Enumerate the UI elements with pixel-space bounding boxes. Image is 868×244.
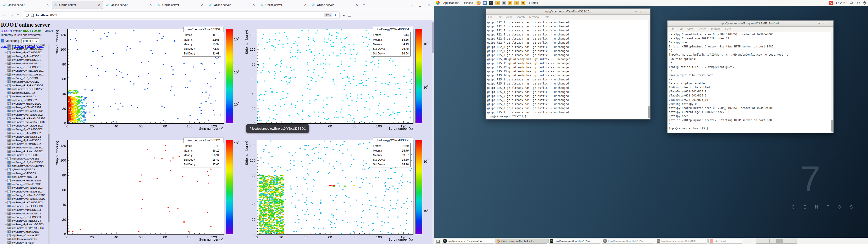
grid-layout-select[interactable]: grid 2x2 ⌄ <box>22 38 39 43</box>
tree-item[interactable]: lowEnergyEyYTotalDSSD2 <box>5 127 48 131</box>
workspace-cell[interactable] <box>763 239 770 243</box>
browser-scroll-thumb[interactable] <box>432 22 434 53</box>
tree-item[interactable]: lowEnergyEyTotalDSSD3 <box>5 208 48 211</box>
tree-item[interactable]: lowEnergyHitPattern <box>5 241 48 244</box>
zoom-level-badge[interactable]: 90% <box>324 13 332 17</box>
menu-view[interactable]: View <box>687 28 693 31</box>
tree-item[interactable]: highEnergyXYDSSD2 <box>5 98 48 102</box>
workspace-cell[interactable] <box>790 239 797 243</box>
monitoring-checkbox[interactable]: ✓ <box>1 39 4 42</box>
stats-box[interactable]: Entries3440 Mean x15.79 Mean y39.57 Std … <box>371 143 410 167</box>
tree-item[interactable]: lowEnergyEyYRateDSSD3 <box>5 190 48 193</box>
browser-tab[interactable]: Online server ✕ <box>155 1 206 9</box>
terminal-scrollbar[interactable] <box>831 32 833 133</box>
tree-item[interactable]: xyMultiplicityDSSD3 <box>5 167 48 171</box>
tab-close-icon[interactable]: ✕ <box>252 3 255 6</box>
browser-tab[interactable]: Online server ✕ <box>309 1 361 9</box>
overflow-menu-icon[interactable]: » <box>343 13 345 17</box>
tree-item[interactable]: lowEnergyEyRate1sDSSD3 <box>5 222 48 226</box>
tab-close-icon[interactable]: ✕ <box>355 3 358 6</box>
tree-item[interactable]: lowEnergyExRateDSSD3 <box>5 219 48 222</box>
tree-item[interactable]: lowEnergyExRate1sDSSD1 <box>5 73 48 77</box>
browser-tab[interactable]: Online server ✕ <box>258 1 309 9</box>
close-button[interactable]: ✕ <box>427 3 430 7</box>
workspace-cell[interactable] <box>770 239 776 243</box>
jsroot-link[interactable]: JSROOT <box>1 29 12 33</box>
bookmark-star-icon[interactable]: ★ <box>334 13 337 17</box>
tree-item[interactable]: lowEnergyEyYTotalDSSD3 <box>5 204 48 208</box>
minimize-button[interactable]: – <box>411 3 412 7</box>
volume-muted-icon[interactable] <box>856 1 860 5</box>
page-info-icon[interactable] <box>31 13 34 17</box>
midas-launcher-icon[interactable] <box>521 1 525 5</box>
terminal-launcher-icon[interactable] <box>489 1 493 5</box>
midas-launcher-icon[interactable] <box>495 1 500 5</box>
shield-icon[interactable] <box>26 13 29 17</box>
sidebar-scroll-thumb[interactable] <box>48 134 50 222</box>
tab-close-icon[interactable]: ✕ <box>201 3 204 6</box>
applications-menu-icon[interactable] <box>436 1 440 5</box>
midas-launcher-icon[interactable] <box>508 1 512 5</box>
new-tab-button[interactable]: + <box>361 0 368 10</box>
tree-item[interactable]: lowEnergyExXTotalDSSD1 <box>5 47 48 51</box>
terminal-scroll-thumb[interactable] <box>831 120 833 132</box>
tree-item[interactable]: lowEnergyEyRateDSSD2 <box>5 139 48 142</box>
back-button[interactable]: ← <box>3 13 6 18</box>
tab-close-icon[interactable]: ✕ <box>304 3 307 6</box>
tree-item[interactable]: xyMultiplicityDSSD2 <box>5 91 48 94</box>
tree-item[interactable]: lowEnergyEyRateDSSD3 <box>5 215 48 219</box>
taskbar-window-button[interactable]: [npg@carme-gsi:/TapeData/G22-... <box>602 239 654 244</box>
maximize-button[interactable]: □ <box>824 22 825 25</box>
firefox-launcher-icon[interactable] <box>476 1 480 5</box>
tree-item[interactable]: lowEnergyExEyPairDSSD3 <box>5 160 48 164</box>
taskbar-window-button[interactable]: [npg@carme-gsi:/TapeData/G22-... <box>655 239 708 244</box>
root-canvas[interactable]: Strip number (y) Strip number (x) 102101… <box>54 21 244 131</box>
maximize-button[interactable]: □ <box>641 10 642 13</box>
tree-item[interactable]: lowEnergyChannelADC <box>5 230 48 234</box>
stats-box[interactable]: Entries8019 Mean x2.166 Mean y15.92 Std … <box>182 32 221 57</box>
address-bar[interactable]: localhost:8085 90% ★ <box>23 11 340 19</box>
file-manager-launcher-icon[interactable] <box>483 1 487 5</box>
terminal-output[interactable]: dataSpy Shared buffer area 0 (/SHM_11020… <box>668 32 833 133</box>
menu-file[interactable]: File <box>670 28 674 31</box>
tree-item[interactable]: lowEnergyExRateDSSD2 <box>5 142 48 146</box>
menu-file[interactable]: File <box>488 16 493 19</box>
tree-item[interactable]: lowEnergyEyTotalDSSD1 <box>5 55 48 58</box>
tree-item[interactable]: lowEnergyXYDSSD2 <box>5 95 48 98</box>
close-button[interactable]: ✕ <box>829 22 831 25</box>
tree-item[interactable]: lowEnergyExXTotalDSSD3 <box>5 201 48 204</box>
terminal-titlebar[interactable]: npg@carme-gsi:/TapeData/G22-201 – □ ✕ <box>486 8 650 15</box>
tab-close-icon[interactable]: ✕ <box>98 3 100 6</box>
tree-item[interactable]: lowEnergyExTotalDSSD3 <box>5 212 48 215</box>
workspace-cell[interactable] <box>756 239 763 243</box>
menu-help[interactable]: Help <box>544 16 549 19</box>
notification-tray-icon[interactable]: ↻ <box>829 1 833 5</box>
tree-item[interactable]: lowEnergyXYTotalDSSD2 <box>5 105 48 109</box>
tree-item[interactable]: lowEnergyEyYRate1sDSSD2 <box>5 120 48 124</box>
workspace-cell[interactable] <box>776 239 783 243</box>
root-canvas[interactable]: Strip number (y) Strip number (x) 101100… <box>244 21 434 131</box>
menu-edit[interactable]: Edit <box>678 28 683 31</box>
close-button[interactable]: ✕ <box>646 10 648 13</box>
tree-item[interactable]: lowEnergyEyRate1sDSSD1 <box>5 69 48 72</box>
show-desktop-button[interactable] <box>435 239 441 244</box>
tree-item[interactable]: lowEnergyExTotalDSSD1 <box>5 58 48 62</box>
menu-terminal[interactable]: Terminal <box>529 16 539 19</box>
tree-item[interactable]: lowEnergyEyYRateDSSD2 <box>5 113 48 117</box>
taskbar-window-button[interactable]: Online server — Mozilla Firefox <box>495 239 548 244</box>
forward-button[interactable]: → <box>10 13 13 18</box>
tab-close-icon[interactable]: ✕ <box>149 3 152 6</box>
tree-item[interactable]: lowEnergyEyRateDSSD1 <box>5 62 48 65</box>
tree-item[interactable]: highEnergyExEyDSSDPair2 <box>5 87 48 91</box>
tree-item[interactable]: lowEnergyExXRate1sDSSD2 <box>5 117 48 120</box>
browser-scrollbar[interactable] <box>432 20 434 244</box>
menu-edit[interactable]: Edit <box>497 16 502 19</box>
menu-view[interactable]: View <box>506 16 512 19</box>
maximize-button[interactable]: ▢ <box>418 3 421 7</box>
tree-item[interactable]: lowEnergyEyTotalDSSD2 <box>5 131 48 135</box>
tree-item[interactable]: lowEnergyExTotalDSSD2 <box>5 135 48 139</box>
tree-item[interactable]: highEnergyExEyDSSD3 <box>5 157 48 160</box>
menu-help[interactable]: Help <box>725 28 731 31</box>
tree-item[interactable]: lowEnergyXYTotalDSSD3 <box>5 182 48 186</box>
tree-item[interactable]: lowEnergyExEyPairDSSD2 <box>5 84 48 87</box>
